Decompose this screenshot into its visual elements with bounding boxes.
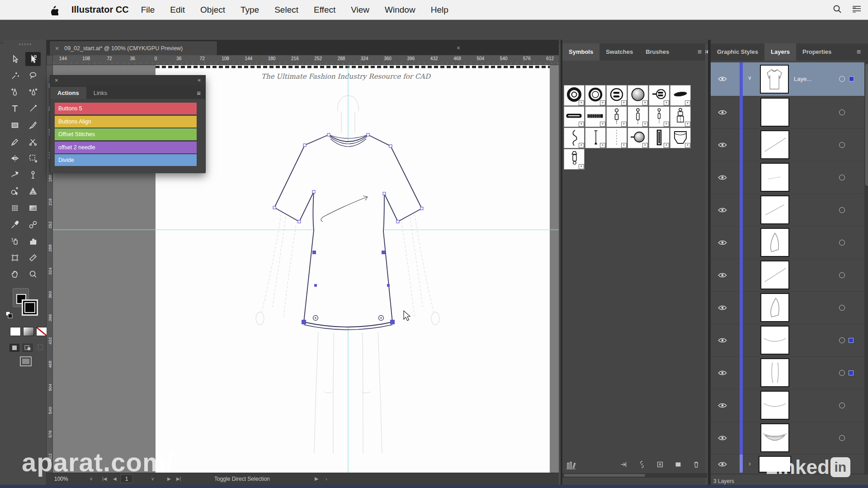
column-graph-tool[interactable] (25, 234, 41, 248)
close-icon[interactable]: × (55, 45, 59, 52)
scrollbar-thumb[interactable] (564, 474, 645, 477)
layer-row[interactable] (711, 96, 864, 129)
perspective-grid-tool[interactable] (25, 185, 41, 199)
visibility-eye-icon[interactable] (718, 305, 727, 311)
blend-tool[interactable] (25, 218, 41, 232)
new-symbol-icon[interactable] (674, 460, 682, 470)
menu-view[interactable]: View (351, 5, 369, 15)
layer-row[interactable] (711, 227, 864, 259)
reflect-tool[interactable] (7, 152, 23, 166)
layer-thumbnail[interactable] (760, 423, 789, 452)
panel-menu-icon[interactable]: ≡ (857, 48, 861, 56)
vertical-scrollbar[interactable] (864, 61, 868, 474)
panel-menu-icon[interactable]: ≡ (197, 89, 201, 97)
panel-menu-icon[interactable]: ≡ (698, 48, 702, 56)
slice-tool[interactable] (25, 251, 41, 265)
layer-thumbnail[interactable] (760, 358, 789, 387)
layer-thumbnail[interactable] (760, 326, 789, 355)
gradient-tool[interactable] (25, 201, 41, 215)
symbol-button-shaded[interactable]: + (627, 85, 648, 106)
last-artboard-button[interactable]: ▶| (176, 476, 181, 481)
artboard-tool[interactable] (7, 251, 23, 265)
panel-grip[interactable] (19, 43, 32, 45)
pencil-tool[interactable] (7, 135, 23, 149)
symbol-button-loop[interactable]: + (627, 128, 648, 148)
visibility-eye-icon[interactable] (718, 240, 727, 246)
symbol-grommet-ring[interactable]: + (585, 85, 606, 106)
spotlight-search-icon[interactable] (833, 5, 842, 15)
symbol-zipper-detail[interactable]: + (670, 106, 691, 127)
chevron-right-icon[interactable]: › (326, 476, 327, 482)
horizontal-scrollbar[interactable] (562, 473, 707, 478)
close-icon[interactable]: × (55, 77, 58, 84)
ruler-corner[interactable] (47, 55, 53, 65)
action-item-4[interactable]: Divide (55, 154, 197, 166)
curvature-tool[interactable] (25, 85, 41, 99)
layer-thumbnail[interactable] (760, 65, 789, 94)
status-next-icon[interactable]: ▶ (315, 476, 318, 482)
tab-swatches[interactable]: Swatches (599, 43, 639, 61)
none-swatch[interactable] (36, 327, 47, 336)
layer-thumbnail[interactable] (760, 228, 789, 257)
symbol-placket[interactable]: + (649, 128, 670, 148)
paintbrush-tool[interactable] (25, 118, 41, 132)
place-symbol-icon[interactable] (620, 460, 628, 470)
direct-selection-tool[interactable] (25, 52, 41, 66)
symbol-zipper-pull[interactable]: + (649, 106, 670, 127)
symbol-flat-bar[interactable]: + (564, 106, 585, 127)
symbol-libraries-icon[interactable] (566, 460, 576, 471)
target-circle-icon[interactable] (839, 337, 845, 343)
visibility-eye-icon[interactable] (718, 272, 727, 278)
target-circle-icon[interactable] (839, 207, 845, 213)
puppet-warp-tool[interactable] (25, 168, 41, 182)
symbol-sprayer-tool[interactable] (7, 234, 23, 248)
symbol-button-shank[interactable]: + (649, 85, 670, 106)
visibility-eye-icon[interactable] (718, 142, 727, 148)
actions-panel-header[interactable]: × « (50, 76, 205, 85)
visibility-eye-icon[interactable] (718, 76, 727, 82)
scissors-tool[interactable] (25, 135, 41, 149)
visibility-eye-icon[interactable] (718, 337, 727, 343)
close-icon[interactable]: × (457, 44, 460, 52)
menu-edit[interactable]: Edit (170, 5, 185, 15)
free-transform-tool[interactable] (25, 152, 41, 166)
break-link-icon[interactable] (638, 460, 646, 470)
draw-normal-mode-button[interactable] (9, 344, 19, 352)
symbol-stitch-line[interactable]: + (606, 128, 627, 148)
action-item-0[interactable]: Buttons 5 (55, 103, 197, 114)
symbol-zipper-closed[interactable]: + (606, 106, 627, 127)
layer-thumbnail[interactable] (760, 130, 789, 159)
shaper-tool[interactable] (7, 168, 23, 182)
collapse-icon[interactable]: « (198, 77, 201, 83)
apple-icon[interactable] (50, 5, 58, 17)
symbol-pocket[interactable]: + (670, 128, 691, 148)
selection-tool[interactable] (7, 52, 23, 66)
target-circle-icon[interactable] (839, 370, 845, 376)
visibility-eye-icon[interactable] (718, 435, 727, 441)
target-circle-icon[interactable] (839, 109, 845, 115)
layer-thumbnail[interactable] (760, 98, 789, 127)
action-item-2[interactable]: Offset Stitches (55, 128, 197, 140)
menu-effect[interactable]: Effect (314, 5, 335, 15)
gradient-swatch[interactable] (23, 327, 34, 336)
symbol-textured-bar[interactable]: + (585, 106, 606, 127)
layer-row[interactable] (711, 324, 864, 357)
layer-row[interactable] (711, 389, 864, 422)
target-circle-icon[interactable] (839, 403, 845, 408)
mesh-tool[interactable] (7, 201, 23, 215)
eyedropper-tool[interactable] (7, 218, 23, 232)
shape-builder-tool[interactable] (7, 185, 23, 199)
expand-chevron-right-icon[interactable]: › (749, 460, 751, 467)
layer-row[interactable] (711, 129, 864, 161)
rectangle-tool[interactable] (7, 118, 23, 132)
horizontal-ruler[interactable]: 1441087236036721081441802162522883243603… (53, 55, 559, 65)
selection-indicator-square[interactable] (849, 338, 854, 343)
target-circle-icon[interactable] (839, 435, 845, 441)
expand-chevron-icon[interactable]: ∨ (748, 75, 752, 81)
target-circle-icon[interactable] (839, 76, 845, 82)
visibility-eye-icon[interactable] (718, 109, 727, 115)
symbol-zipper-open[interactable]: + (627, 106, 648, 127)
layer-thumbnail[interactable] (760, 195, 789, 224)
target-circle-icon[interactable] (839, 142, 845, 148)
layer-thumbnail[interactable] (760, 163, 789, 192)
